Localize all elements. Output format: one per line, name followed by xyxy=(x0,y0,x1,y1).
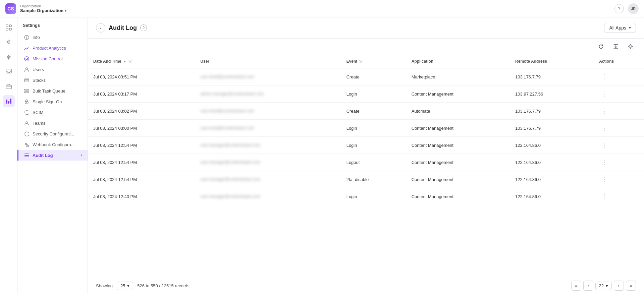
audit-log-icon xyxy=(24,153,29,158)
back-button[interactable]: ‹ xyxy=(96,23,105,33)
cell-application: Content Management xyxy=(406,85,510,103)
current-page-value: 22 xyxy=(599,283,604,288)
sidebar-item-security[interactable]: Security Configurati... xyxy=(17,128,88,139)
sidebar-item-mission-control[interactable]: Mission Control xyxy=(17,53,88,64)
sidebar-icon-inbox[interactable] xyxy=(3,66,15,78)
cell-actions: ⋮ xyxy=(594,68,644,85)
sidebar-icon-grid[interactable] xyxy=(3,21,15,34)
col-header-remote-address[interactable]: Remote Address xyxy=(510,55,594,68)
cell-application: Automate xyxy=(406,103,510,120)
sidebar-item-webhook[interactable]: Webhook Configura... xyxy=(17,139,88,150)
sidebar-item-scim[interactable]: SCIM xyxy=(17,107,88,118)
per-page-value: 25 xyxy=(120,283,125,288)
sidebar-item-stacks-label: Stacks xyxy=(33,78,46,83)
sidebar-item-info[interactable]: Info xyxy=(17,32,88,43)
cell-actions: ⋮ xyxy=(594,103,644,120)
cell-date-time: Jul 08, 2024 03:51 PM xyxy=(88,68,195,85)
audit-log-title: Audit Log xyxy=(109,24,137,32)
cell-remote-address: 122.164.86.0 xyxy=(510,137,594,154)
org-name[interactable]: Sample Organization ▾ xyxy=(20,8,66,13)
settings-button[interactable] xyxy=(625,41,636,52)
cell-application: Content Management xyxy=(406,188,510,205)
settings-sidebar: Settings Info Product Analytics Mission … xyxy=(17,17,88,294)
org-info: Organization Sample Organization ▾ xyxy=(20,4,66,13)
users-icon xyxy=(24,67,29,72)
sidebar-item-audit-log[interactable]: Audit Log › xyxy=(17,150,88,161)
row-actions-button[interactable]: ⋮ xyxy=(599,192,609,201)
svg-rect-20 xyxy=(24,92,29,93)
cell-application: Content Management xyxy=(406,120,510,137)
table-row: Jul 08, 2024 03:17 PMadmin.manager@conte… xyxy=(88,85,644,103)
table-row: Jul 08, 2024 12:40 PMuser.manager@conten… xyxy=(88,188,644,205)
export-button[interactable] xyxy=(610,41,621,52)
sidebar-item-product-analytics[interactable]: Product Analytics xyxy=(17,43,88,53)
bulk-task-icon xyxy=(24,88,29,94)
svg-rect-2 xyxy=(6,28,8,30)
row-actions-button[interactable]: ⋮ xyxy=(599,124,609,132)
table-row: Jul 08, 2024 12:54 PMuser.manager@conten… xyxy=(88,137,644,154)
sidebar-item-sso-label: Single Sign-On xyxy=(33,99,62,104)
teams-icon xyxy=(24,120,29,126)
cell-application: Marketplace xyxy=(406,68,510,85)
col-header-user[interactable]: User xyxy=(195,55,341,68)
all-apps-dropdown[interactable]: All Apps ▾ xyxy=(604,23,636,33)
cell-date-time: Jul 08, 2024 12:40 PM xyxy=(88,188,195,205)
table-row: Jul 08, 2024 12:54 PMuser.manager@conten… xyxy=(88,171,644,188)
sidebar-item-product-analytics-label: Product Analytics xyxy=(33,46,66,51)
cell-event: Login xyxy=(341,137,406,154)
row-actions-button[interactable]: ⋮ xyxy=(599,90,609,98)
table-row: Jul 08, 2024 03:00 PMuser.email@contents… xyxy=(88,120,644,137)
help-button[interactable]: ? xyxy=(614,4,624,13)
row-actions-button[interactable]: ⋮ xyxy=(599,107,609,115)
sidebar-icon-rocket[interactable] xyxy=(3,36,15,48)
audit-help-icon[interactable]: ? xyxy=(140,24,147,31)
prev-page-button[interactable]: ‹ xyxy=(583,281,593,291)
audit-log-table: Date And Time ▼ ▽ User E xyxy=(88,55,644,205)
cell-user: user.email@contentstack.com xyxy=(195,120,341,137)
sidebar-item-bulk-task-queue-label: Bulk Task Queue xyxy=(33,89,65,94)
stacks-icon xyxy=(24,77,29,83)
sidebar-item-stacks[interactable]: Stacks xyxy=(17,75,88,85)
toolbar-row xyxy=(88,39,644,55)
org-label: Organization xyxy=(20,4,66,8)
svg-rect-16 xyxy=(24,80,29,81)
showing-label: Showing xyxy=(96,283,113,288)
cell-actions: ⋮ xyxy=(594,85,644,103)
col-header-date-time[interactable]: Date And Time ▼ ▽ xyxy=(88,55,195,68)
per-page-select[interactable]: 25 ▾ xyxy=(117,282,133,290)
sidebar-item-webhook-label: Webhook Configura... xyxy=(33,142,75,147)
date-filter-icon[interactable]: ▽ xyxy=(128,59,131,64)
sidebar-item-users[interactable]: Users xyxy=(17,64,88,75)
per-page-chevron-icon: ▾ xyxy=(127,283,129,288)
refresh-button[interactable] xyxy=(596,41,606,52)
sidebar-icon-lightning[interactable] xyxy=(3,51,15,63)
col-header-actions: Actions xyxy=(594,55,644,68)
sidebar-item-info-label: Info xyxy=(33,35,40,40)
sidebar-item-teams[interactable]: Teams xyxy=(17,118,88,128)
col-header-application[interactable]: Application xyxy=(406,55,510,68)
first-page-button[interactable]: « xyxy=(571,281,581,291)
cell-actions: ⋮ xyxy=(594,137,644,154)
current-page-display[interactable]: 22 ▾ xyxy=(595,282,612,290)
last-page-button[interactable]: » xyxy=(626,281,636,291)
sidebar-item-teams-label: Teams xyxy=(33,121,45,126)
cell-date-time: Jul 08, 2024 03:17 PM xyxy=(88,85,195,103)
col-header-event[interactable]: Event ▽ xyxy=(341,55,406,68)
audit-log-chevron-icon: › xyxy=(81,153,82,158)
row-actions-button[interactable]: ⋮ xyxy=(599,72,609,81)
svg-point-22 xyxy=(26,102,27,103)
cell-date-time: Jul 08, 2024 12:54 PM xyxy=(88,137,195,154)
cell-date-time: Jul 08, 2024 12:54 PM xyxy=(88,154,195,171)
sidebar-item-mission-control-label: Mission Control xyxy=(33,56,63,61)
row-actions-button[interactable]: ⋮ xyxy=(599,141,609,150)
sidebar-icon-chart[interactable] xyxy=(3,95,15,107)
cell-event: Logout xyxy=(341,154,406,171)
sidebar-icon-briefcase[interactable] xyxy=(3,80,15,93)
sidebar-item-bulk-task-queue[interactable]: Bulk Task Queue xyxy=(17,85,88,96)
sidebar-item-sso[interactable]: Single Sign-On xyxy=(17,96,88,107)
row-actions-button[interactable]: ⋮ xyxy=(599,175,609,184)
next-page-button[interactable]: › xyxy=(614,281,624,291)
info-icon xyxy=(24,35,29,40)
event-filter-icon[interactable]: ▽ xyxy=(359,59,362,64)
row-actions-button[interactable]: ⋮ xyxy=(599,158,609,167)
